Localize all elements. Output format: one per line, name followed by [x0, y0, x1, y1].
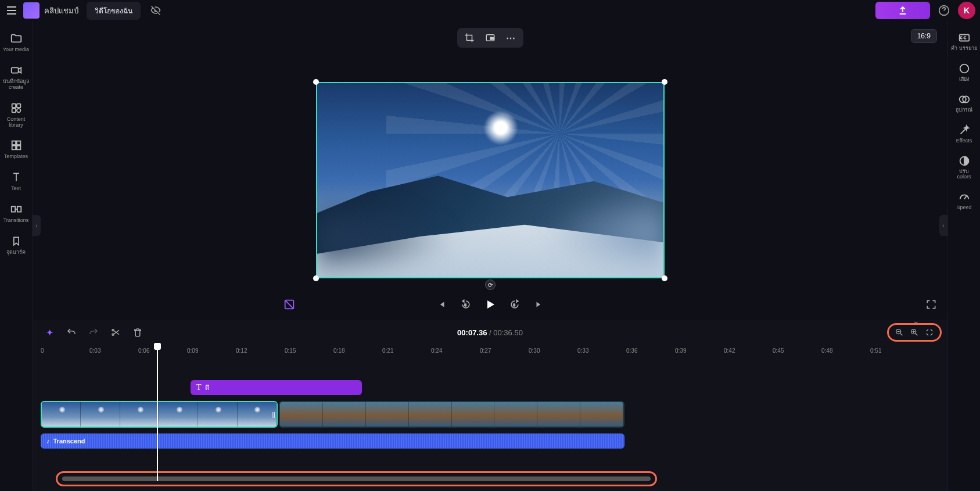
avatar[interactable]: K — [958, 2, 975, 19]
sidebar-item-label: Text — [11, 186, 21, 192]
ruler-tick: 0:36 — [626, 347, 637, 354]
undo-icon[interactable] — [65, 326, 78, 339]
svg-rect-11 — [17, 207, 20, 212]
video-clip-2[interactable] — [279, 401, 624, 428]
resize-handle[interactable] — [313, 79, 319, 85]
trim-handle[interactable]: || — [271, 402, 277, 427]
help-icon[interactable] — [936, 2, 952, 19]
timeline: ✦ 00:07.36 / 00:36.50 ⌄ 00:030:060:090:1… — [33, 320, 947, 491]
sidebar-item-label: Transitions — [3, 218, 29, 224]
grid-icon — [9, 138, 23, 152]
ruler[interactable]: 00:030:060:090:120:150:180:210:240:270:3… — [33, 345, 947, 359]
prop-label: เสียง — [959, 77, 969, 83]
cc-icon — [958, 31, 971, 44]
svg-rect-1 — [11, 67, 18, 73]
remove-bg-icon[interactable] — [282, 298, 296, 311]
resize-handle[interactable] — [313, 275, 319, 281]
hide-icon[interactable] — [149, 3, 163, 17]
text-icon — [9, 170, 23, 184]
zoom-fit-icon[interactable] — [924, 327, 935, 338]
app-name: คลิปแชมป์ — [44, 5, 78, 17]
horizontal-scrollbar-highlight — [56, 471, 657, 486]
zoom-out-icon[interactable] — [893, 327, 905, 338]
svg-text:5: 5 — [513, 303, 515, 307]
play-button[interactable] — [483, 298, 497, 311]
sidebar-item-label: Your media — [3, 47, 29, 53]
preview-image — [316, 82, 665, 278]
zoom-in-icon[interactable] — [909, 327, 920, 338]
redo-icon[interactable] — [87, 326, 100, 339]
more-icon[interactable]: ⋯ — [504, 30, 519, 45]
svg-rect-10 — [11, 207, 15, 212]
resize-handle[interactable] — [662, 275, 667, 281]
svg-point-5 — [16, 109, 20, 112]
skip-start-icon[interactable] — [435, 298, 448, 311]
sidebar-item-label: จุดบาร์ค — [6, 250, 26, 256]
ruler-tick: 0:21 — [382, 347, 393, 354]
crop-icon[interactable] — [462, 30, 477, 45]
zoom-controls-highlight — [887, 323, 942, 342]
aspect-ratio-button[interactable]: 16:9 — [911, 29, 937, 43]
skip-end-icon[interactable] — [532, 298, 546, 311]
ruler-tick: 0:27 — [480, 347, 491, 354]
ruler-tick: 0:24 — [431, 347, 442, 354]
camera-icon — [9, 63, 23, 77]
horizontal-scrollbar[interactable] — [62, 476, 651, 481]
svg-text:5: 5 — [464, 303, 466, 307]
clip-label: Transcend — [53, 438, 85, 445]
pip-icon[interactable] — [483, 30, 498, 45]
sidebar-item-label: Templates — [4, 154, 28, 160]
sidebar-templates[interactable]: Templates — [1, 134, 31, 164]
ruler-tick: 0:33 — [577, 347, 588, 354]
sparkle-icon[interactable]: ✦ — [43, 326, 56, 339]
resize-handle[interactable] — [662, 79, 667, 85]
prop-effects[interactable]: Effects — [949, 119, 979, 149]
svg-rect-8 — [12, 146, 15, 149]
prop-filters[interactable]: อุปกรณ์ — [949, 88, 979, 118]
app-logo — [23, 2, 40, 19]
audio-clip[interactable]: ♪Transcend — [41, 433, 624, 449]
prop-label: คำ บรรยาย — [951, 46, 977, 52]
prop-audio[interactable]: เสียง — [949, 58, 979, 87]
wand-icon — [958, 124, 971, 137]
sidebar-record[interactable]: บันทึกข้อมูล create — [1, 59, 31, 95]
sidebar-transitions[interactable]: Transitions — [1, 198, 31, 228]
sidebar-your-media[interactable]: Your media — [1, 27, 31, 58]
forward-icon[interactable]: 5 — [508, 298, 522, 311]
sidebar-brand[interactable]: จุดบาร์ค — [1, 230, 31, 260]
text-icon: T — [196, 383, 202, 392]
waveform — [41, 433, 624, 449]
shapes-icon — [9, 101, 23, 115]
text-clip[interactable]: T ดึ — [191, 380, 362, 395]
prop-label: Speed — [956, 205, 971, 211]
folder-icon — [9, 31, 23, 45]
menu-button[interactable] — [5, 3, 19, 17]
ruler-tick: 0:06 — [138, 347, 149, 354]
prop-colors[interactable]: ปรับ colors — [949, 150, 979, 185]
delete-icon[interactable] — [131, 326, 144, 339]
svg-point-23 — [112, 334, 114, 335]
right-sidebar: คำ บรรยาย เสียง อุปกรณ์ Effects ปรับ col… — [947, 21, 980, 491]
prop-captions[interactable]: คำ บรรยาย — [949, 27, 979, 56]
ruler-tick: 0:15 — [285, 347, 296, 354]
fullscreen-icon[interactable] — [924, 298, 938, 311]
left-sidebar: Your media บันทึกข้อมูล create Content l… — [0, 21, 33, 491]
rotate-handle[interactable]: ⟳ — [485, 279, 496, 290]
canvas[interactable]: ⟳ — [316, 82, 665, 278]
video-clip-1[interactable]: || || — [41, 401, 278, 428]
svg-point-22 — [112, 329, 114, 331]
ruler-tick: 0:03 — [89, 347, 100, 354]
rewind-icon[interactable]: 5 — [459, 298, 473, 311]
project-tab[interactable]: วิดีโอของฉัน — [87, 2, 141, 20]
split-icon[interactable] — [109, 326, 122, 339]
sidebar-text[interactable]: Text — [1, 166, 31, 196]
playback-controls: 5 5 — [33, 293, 947, 316]
playhead[interactable] — [157, 345, 158, 481]
sidebar-item-label: Content library — [1, 117, 31, 128]
export-button[interactable] — [875, 2, 930, 19]
prop-speed[interactable]: Speed — [949, 186, 979, 216]
ruler-tick: 0:39 — [675, 347, 686, 354]
stage-toolbar: ⋯ — [457, 28, 523, 48]
sidebar-content-library[interactable]: Content library — [1, 96, 31, 133]
gauge-icon — [958, 191, 971, 203]
